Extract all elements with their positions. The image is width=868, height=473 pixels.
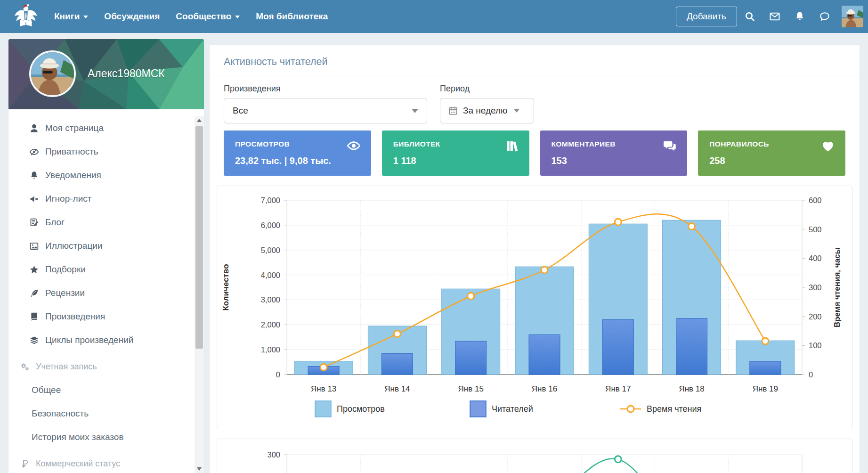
nav-menu-item-4[interactable]: Моя библиотека [248, 0, 336, 33]
period-select[interactable]: За неделю [440, 98, 534, 123]
svg-text:300: 300 [809, 283, 822, 292]
sidebar-item-label: Моя страница [45, 123, 104, 133]
svg-text:400: 400 [809, 254, 822, 262]
sidebar-item-коммерческий-статус: Коммерческий статус [8, 452, 204, 473]
svg-text:300: 300 [267, 450, 280, 459]
navbar-right: Добавить [676, 0, 863, 33]
svg-text:Янв 16: Янв 16 [532, 384, 557, 393]
stat-card-eye: ПРОСМОТРОВ23,82 тыс. | 9,08 тыс. [224, 130, 371, 176]
svg-text:6,000: 6,000 [261, 221, 280, 229]
svg-text:Просмотров: Просмотров [337, 404, 385, 414]
bell-icon[interactable] [787, 0, 812, 33]
svg-text:Время чтения: Время чтения [647, 404, 701, 414]
sidebar-item-история-моих-заказов[interactable]: История моих заказов [8, 425, 204, 449]
stat-card-value: 258 [709, 155, 834, 166]
sidebar-item-label: Рецензии [45, 288, 85, 298]
feather-icon [29, 288, 39, 298]
scrollbar-thumb[interactable] [195, 126, 203, 349]
svg-text:0: 0 [276, 370, 280, 379]
scrollbar-down-arrow[interactable] [195, 465, 204, 473]
chevron-down-icon [514, 109, 519, 113]
sidebar-item-label: Произведения [45, 311, 105, 322]
period-select-value: За неделю [463, 106, 507, 116]
nav-menu-item-label: Обсуждения [104, 11, 160, 22]
svg-text:Количество: Количество [221, 264, 230, 310]
sidebar-item-безопасность[interactable]: Безопасность [8, 402, 204, 425]
svg-text:Янв 15: Янв 15 [458, 384, 484, 393]
svg-text:Читателей: Читателей [492, 404, 533, 414]
user-icon [29, 123, 39, 133]
sidebar-item-иллюстрации[interactable]: Иллюстрации [8, 234, 204, 258]
stat-cards-row: ПРОСМОТРОВ23,82 тыс. | 9,08 тыс.БИБЛИОТЕ… [210, 123, 860, 176]
stat-card-books: БИБЛИОТЕК1 118 [382, 130, 529, 176]
caret-down-icon [235, 16, 240, 18]
nav-menu-item-2[interactable]: Обсуждения [96, 0, 168, 33]
scrollbar-up-arrow[interactable] [195, 116, 204, 124]
chevron-down-icon [412, 109, 418, 113]
svg-text:Время чтения, часы: Время чтения, часы [833, 247, 842, 327]
nav-menu-item-1[interactable]: Книги [46, 0, 96, 33]
sidebar-item-игнор-лист[interactable]: Игнор-лист [8, 187, 204, 211]
stat-card-label: ПОНРАВИЛОСЬ [709, 140, 834, 148]
profile-username[interactable]: Алекс1980МСК [88, 67, 165, 80]
svg-text:600: 600 [809, 196, 822, 204]
ruble-icon [20, 459, 30, 469]
sidebar-item-label: Уведомления [45, 170, 101, 180]
sidebar-item-label: Игнор-лист [45, 194, 91, 204]
sidebar-item-label: Приватность [45, 147, 98, 157]
sidebar-item-рецензии[interactable]: Рецензии [8, 281, 204, 305]
sidebar-item-label: История моих заказов [32, 432, 124, 442]
image-icon [29, 241, 39, 251]
heart-icon [821, 139, 835, 153]
sidebar-item-label: Подборки [45, 264, 86, 275]
eye-icon [347, 139, 361, 153]
sidebar-item-label: Циклы произведений [45, 335, 133, 345]
sidebar-item-приватность[interactable]: Приватность [8, 140, 204, 163]
svg-text:2,000: 2,000 [261, 320, 280, 329]
sidebar-item-произведения[interactable]: Произведения [8, 305, 204, 328]
comments-icon [663, 139, 677, 153]
stat-card-heart: ПОНРАВИЛОСЬ258 [698, 130, 845, 176]
stat-card-label: КОММЕНТАРИЕВ [552, 140, 676, 148]
svg-text:Янв 13: Янв 13 [311, 384, 336, 393]
stat-card-value: 23,82 тыс. | 9,08 тыс. [235, 155, 360, 166]
sidebar-item-циклы-произведений[interactable]: Циклы произведений [8, 328, 204, 352]
sidebar-item-подборки[interactable]: Подборки [8, 258, 204, 281]
layers-icon [29, 335, 39, 345]
nav-menu-item-label: Сообщество [176, 11, 231, 22]
search-icon[interactable] [737, 0, 762, 33]
books-icon [505, 139, 519, 153]
activity-combo-chart: 01,0002,0003,0004,0005,0006,0007,0000100… [217, 186, 852, 428]
svg-text:7,000: 7,000 [261, 196, 280, 204]
works-select[interactable]: Все [224, 98, 427, 123]
sidebar-item-учетная-запись: Учетная запись [8, 355, 204, 378]
profile-avatar[interactable] [29, 50, 76, 97]
nav-menu-item-label: Книги [54, 11, 80, 22]
add-button[interactable]: Добавить [676, 7, 737, 26]
caret-down-icon [83, 16, 88, 18]
screen: КнигиОбсужденияСообществоМоя библиотека … [0, 0, 868, 473]
blog-icon [29, 218, 39, 228]
sidebar-item-моя-страница[interactable]: Моя страница [8, 116, 204, 140]
profile-header: Алекс1980МСК [8, 39, 204, 109]
svg-text:200: 200 [809, 312, 822, 321]
sidebar-item-общее[interactable]: Общее [8, 378, 204, 402]
stat-card-comments: КОММЕНТАРИЕВ153 [540, 130, 688, 176]
sidebar-menu: Моя страницаПриватностьУведомленияИгнор-… [8, 109, 204, 473]
svg-text:1,000: 1,000 [261, 345, 280, 354]
calendar-icon [448, 106, 458, 116]
mail-icon[interactable] [762, 0, 787, 33]
sidebar-item-label: Учетная запись [36, 362, 97, 372]
stat-card-value: 153 [552, 155, 676, 166]
nav-menu-item-label: Моя библиотека [256, 11, 328, 22]
page-title: Активность читателей [210, 45, 860, 68]
chat-icon[interactable] [812, 0, 837, 33]
works-select-value: Все [233, 106, 412, 116]
sidebar-item-label: Иллюстрации [45, 241, 103, 251]
user-avatar-small[interactable] [842, 6, 863, 27]
sidebar-item-уведомления[interactable]: Уведомления [8, 163, 204, 187]
svg-text:Янв 17: Янв 17 [605, 384, 631, 393]
site-logo-eagle-icon[interactable] [12, 3, 40, 30]
sidebar-item-блог[interactable]: Блог [8, 211, 204, 234]
nav-menu-item-3[interactable]: Сообщество [168, 0, 248, 33]
